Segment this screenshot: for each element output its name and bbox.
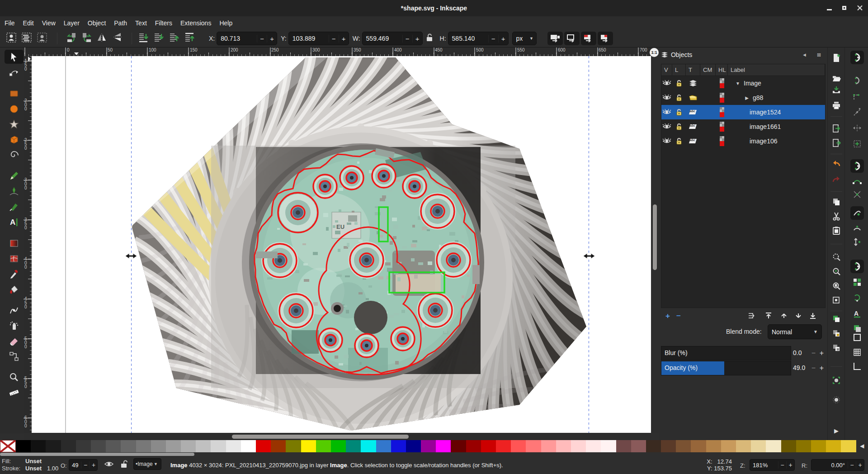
svg-text:A: A	[10, 218, 15, 227]
svg-text:EU: EU	[336, 223, 344, 230]
svg-text:abc: abc	[689, 138, 696, 142]
svg-text:abc: abc	[689, 109, 696, 113]
svg-text:abc: abc	[689, 124, 696, 127]
svg-text:A: A	[854, 310, 859, 317]
